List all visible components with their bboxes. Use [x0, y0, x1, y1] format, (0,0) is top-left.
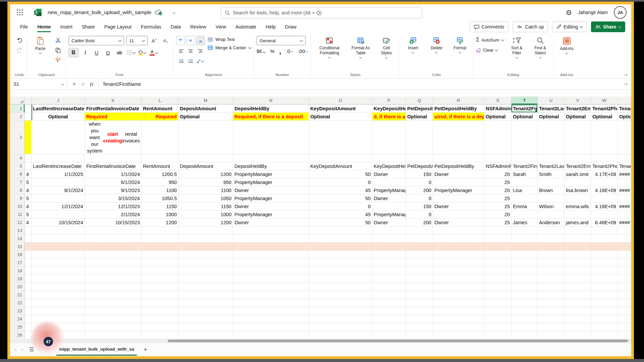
- cell-V7[interactable]: [565, 178, 591, 186]
- conditional-formatting-button[interactable]: Conditional Formatting: [314, 36, 345, 59]
- wrap-text-button[interactable]: Wrap Text: [208, 37, 235, 42]
- cell-J21[interactable]: [32, 291, 85, 299]
- cell-J1[interactable]: LastRentIncreaseDate: [32, 105, 85, 113]
- double-underline-button[interactable]: D: [103, 48, 113, 57]
- cell-T23[interactable]: [512, 307, 538, 315]
- cell-P3[interactable]: [372, 121, 406, 154]
- cell-U24[interactable]: [538, 315, 565, 323]
- cell-L14[interactable]: [142, 235, 178, 243]
- cell-I1[interactable]: [25, 105, 32, 113]
- cell-T25[interactable]: [512, 323, 538, 331]
- cell-W13[interactable]: [591, 227, 618, 235]
- cell-L17[interactable]: [142, 259, 178, 267]
- cell-T14[interactable]: [512, 235, 538, 243]
- cell-M13[interactable]: [178, 227, 233, 235]
- cell-J9[interactable]: [32, 194, 85, 202]
- row-header-5[interactable]: 5: [10, 162, 25, 170]
- cell-L12[interactable]: 1200: [142, 219, 178, 227]
- borders-button[interactable]: [126, 48, 136, 57]
- menu-tab-automate[interactable]: Automate: [231, 22, 260, 32]
- cell-L16[interactable]: [142, 251, 178, 259]
- menu-tab-home[interactable]: Home: [33, 22, 55, 32]
- cell-U9[interactable]: [538, 194, 565, 202]
- insert-cells-button[interactable]: Insert: [402, 36, 423, 54]
- cell-U19[interactable]: [538, 275, 565, 283]
- cell-U5[interactable]: Tenant2LastName: [538, 162, 565, 170]
- cell-V26[interactable]: [565, 331, 591, 339]
- saved-to-cloud-icon[interactable]: [155, 9, 163, 15]
- row-header-22[interactable]: 22: [10, 299, 25, 307]
- cell-U25[interactable]: [538, 323, 565, 331]
- cell-X11[interactable]: [618, 210, 631, 219]
- increase-decimal-button[interactable]: .00⇨: [298, 48, 308, 54]
- cell-K20[interactable]: [85, 283, 142, 291]
- cell-Q8[interactable]: 200: [406, 186, 433, 194]
- align-middle-button[interactable]: [186, 36, 195, 45]
- cell-N22[interactable]: [233, 299, 309, 307]
- cell-J17[interactable]: [32, 259, 85, 267]
- cell-R11[interactable]: [433, 210, 484, 219]
- add-sheet-button[interactable]: +: [144, 346, 147, 353]
- cell-X7[interactable]: [618, 178, 631, 186]
- cell-M23[interactable]: [178, 307, 233, 315]
- cell-N20[interactable]: [233, 283, 309, 291]
- cell-R24[interactable]: [433, 315, 484, 323]
- cell-Q2[interactable]: Optional: [406, 113, 433, 121]
- cell-I7[interactable]: 5: [25, 178, 32, 186]
- cell-L4[interactable]: [142, 154, 178, 162]
- cell-W17[interactable]: [591, 259, 618, 267]
- cell-X9[interactable]: [618, 194, 631, 202]
- decrease-indent-button[interactable]: [177, 57, 185, 65]
- cell-T21[interactable]: [512, 291, 538, 299]
- cell-P1[interactable]: KeyDepositHeldBy: [372, 105, 406, 113]
- cell-N11[interactable]: PropertyManager: [233, 210, 309, 219]
- prev-sheet-chevron-icon[interactable]: ‹: [15, 346, 17, 353]
- cell-V8[interactable]: lisa.brown: [565, 186, 591, 194]
- cell-O3[interactable]: [309, 121, 372, 154]
- cell-S3[interactable]: [484, 121, 512, 154]
- cell-P10[interactable]: [372, 202, 406, 210]
- cell-N26[interactable]: [233, 331, 309, 339]
- cell-Q1[interactable]: PetDepositAmount: [406, 105, 433, 113]
- cell-Q16[interactable]: [406, 251, 433, 259]
- cell-V16[interactable]: [565, 251, 591, 259]
- cell-S13[interactable]: [484, 227, 512, 235]
- clear-button[interactable]: Clear: [476, 46, 498, 54]
- decrease-font-size-button[interactable]: A˅: [161, 36, 170, 45]
- cell-O16[interactable]: [309, 251, 372, 259]
- cell-X17[interactable]: [618, 259, 631, 267]
- align-left-button[interactable]: [177, 47, 185, 55]
- menu-tab-file[interactable]: File: [16, 22, 32, 32]
- cell-P8[interactable]: PropertyManager: [372, 186, 406, 194]
- italic-button[interactable]: I: [80, 48, 90, 57]
- cell-W23[interactable]: [591, 307, 618, 315]
- column-header-O[interactable]: O: [309, 97, 372, 105]
- share-button[interactable]: Share: [591, 21, 625, 32]
- cell-I2[interactable]: [25, 113, 32, 121]
- cell-I25[interactable]: [25, 323, 32, 331]
- cell-T8[interactable]: Lisa: [512, 186, 538, 194]
- cell-V24[interactable]: [565, 315, 591, 323]
- column-header-U[interactable]: U: [538, 97, 565, 105]
- cell-W6[interactable]: 4.17E+09: [591, 170, 618, 178]
- cell-L20[interactable]: [142, 283, 178, 291]
- cell-K15[interactable]: [85, 243, 142, 251]
- row-header-12[interactable]: 12: [10, 219, 25, 227]
- row-header-11[interactable]: 11: [10, 210, 25, 219]
- cell-W9[interactable]: [591, 194, 618, 202]
- cell-S6[interactable]: 20: [484, 170, 512, 178]
- cell-S14[interactable]: [484, 235, 512, 243]
- cell-Q24[interactable]: [406, 315, 433, 323]
- cell-O20[interactable]: [309, 283, 372, 291]
- cell-V2[interactable]: Optional: [565, 113, 591, 121]
- cell-S9[interactable]: 25: [484, 194, 512, 202]
- cell-R26[interactable]: [433, 331, 484, 339]
- format-cells-button[interactable]: Format: [449, 36, 470, 54]
- cell-M14[interactable]: [178, 235, 233, 243]
- cell-M7[interactable]: 950: [178, 178, 233, 186]
- cell-U10[interactable]: Wilson: [538, 202, 565, 210]
- cell-N5[interactable]: DepositHeldBy: [233, 162, 309, 170]
- cell-M9[interactable]: 1050: [178, 194, 233, 202]
- cell-L15[interactable]: [142, 243, 178, 251]
- column-header-S[interactable]: S: [484, 97, 512, 105]
